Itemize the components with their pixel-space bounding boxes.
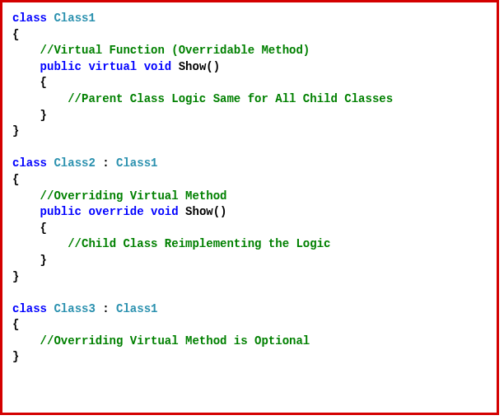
code-line: //Overriding Virtual Method is Optional (12, 334, 487, 350)
code-line: //Virtual Function (Overridable Method) (12, 43, 487, 59)
keyword-void: void (144, 60, 172, 73)
method-name: Show (179, 60, 207, 73)
base-class: Class1 (116, 302, 157, 315)
comment: //Child Class Reimplementing the Logic (68, 237, 330, 250)
code-line: } (12, 269, 487, 286)
colon: : (96, 302, 116, 315)
keyword-public: public (40, 205, 82, 218)
code-line: } (12, 253, 487, 269)
class-name: Class2 (54, 156, 95, 170)
code-line: class Class1 (12, 11, 487, 27)
comment: //Parent Class Logic Same for All Child … (68, 92, 393, 105)
brace-close: } (12, 124, 19, 138)
parens: () (206, 60, 220, 73)
code-line: //Overriding Virtual Method (12, 189, 487, 205)
brace-close: } (40, 109, 47, 122)
code-line: } (12, 124, 487, 140)
keyword-class: class (12, 302, 47, 315)
code-line: //Parent Class Logic Same for All Child … (12, 91, 487, 108)
keyword-virtual: virtual (88, 60, 137, 73)
code-line: public virtual void Show() (12, 59, 487, 76)
code-line: class Class2 : Class1 (12, 156, 487, 172)
code-line: { (12, 27, 487, 44)
brace-open: { (40, 76, 47, 89)
code-line: { (12, 317, 487, 334)
code-line: } (12, 108, 487, 124)
code-block: class Class1 { //Virtual Function (Overr… (0, 0, 499, 415)
code-line: { (12, 75, 487, 91)
brace-open: { (12, 28, 19, 41)
brace-open: { (40, 222, 47, 235)
method-name: Show (185, 205, 213, 218)
brace-open: { (12, 318, 19, 331)
keyword-class: class (12, 156, 47, 170)
keyword-public: public (40, 60, 82, 73)
comment: //Overriding Virtual Method (40, 189, 227, 203)
class-name: Class3 (54, 302, 95, 315)
keyword-class: class (12, 12, 47, 25)
parens: () (213, 205, 227, 218)
code-line: //Child Class Reimplementing the Logic (12, 236, 487, 253)
keyword-override: override (88, 205, 143, 218)
base-class: Class1 (116, 156, 157, 170)
comment: //Virtual Function (Overridable Method) (40, 44, 310, 57)
code-line: } (12, 349, 487, 366)
code-line: class Class3 : Class1 (12, 301, 487, 318)
blank-line (12, 140, 487, 156)
brace-close: } (12, 350, 19, 363)
keyword-void: void (151, 205, 179, 218)
code-line: { (12, 221, 487, 237)
comment: //Overriding Virtual Method is Optional (40, 334, 310, 348)
blank-line (12, 285, 487, 301)
brace-open: { (12, 173, 19, 186)
brace-close: } (12, 270, 19, 283)
class-name: Class1 (54, 12, 95, 25)
colon: : (96, 156, 116, 170)
brace-close: } (40, 254, 47, 267)
code-line: public override void Show() (12, 204, 487, 221)
code-line: { (12, 172, 487, 189)
